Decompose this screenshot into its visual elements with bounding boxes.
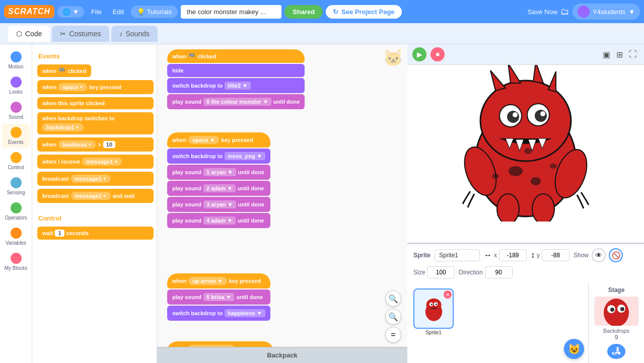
block-wait[interactable]: wait 1 seconds	[37, 227, 154, 240]
script-switch-backdrop-1[interactable]: switch backdrop to title2 ▼	[167, 78, 305, 93]
script-play-sound-2d[interactable]: play sound 4 adam ▼ until done	[167, 213, 270, 228]
wait-value[interactable]: 1	[55, 230, 64, 237]
loudness-value[interactable]: 10	[103, 141, 115, 148]
block-when-loudness[interactable]: when loudness▼ > 10	[37, 137, 154, 152]
stage-mini-thumbnail[interactable]	[594, 297, 639, 326]
backdrop-pill[interactable]: backdrop1▼	[42, 123, 84, 131]
sound-dropdown-3[interactable]: 5 brisa ▼	[203, 293, 234, 301]
space-key-pill[interactable]: space ▼	[188, 136, 219, 144]
backdrop-dropdown-2[interactable]: mess_png ▼	[225, 152, 265, 160]
zoom-in-button[interactable]: 🔍	[385, 291, 401, 307]
show-label: Show	[574, 252, 589, 259]
size-input[interactable]	[427, 266, 455, 278]
block-broadcast[interactable]: broadcast message1▼	[37, 172, 154, 186]
stop-button[interactable]: ■	[431, 47, 445, 61]
fullscreen-button[interactable]: ⛶	[627, 48, 639, 61]
sprite-thumb-1[interactable]: ✕	[413, 288, 454, 329]
stage-canvas	[407, 65, 644, 222]
message-pill[interactable]: message1▼	[82, 158, 122, 166]
small-stage-button[interactable]: ▣	[601, 48, 612, 61]
space-pill[interactable]: space▼	[58, 83, 87, 91]
sprite-name-input[interactable]	[435, 249, 480, 261]
shared-button[interactable]: Shared	[284, 5, 323, 19]
script-switch-backdrop-2[interactable]: switch backdrop to mess_png ▼	[167, 149, 270, 164]
category-operators[interactable]: Operators	[2, 199, 30, 224]
block-when-clicked[interactable]: when 🏁 clicked	[37, 64, 91, 77]
tab-code[interactable]: ⬡ Code	[8, 26, 50, 42]
tutorials-button[interactable]: 💡 Tutorials	[131, 6, 178, 18]
sound-dropdown-2d[interactable]: 4 adam ▼	[203, 216, 236, 225]
category-sound[interactable]: Sound	[2, 99, 30, 123]
add-backdrop-button[interactable]: 🏞	[607, 344, 625, 359]
sprite-info-row: Sprite ↔ x ↕ y Show 👁 🚫	[413, 248, 638, 278]
edit-menu-button[interactable]: Edit	[109, 6, 128, 18]
normal-stage-button[interactable]: ⊞	[614, 48, 625, 61]
block-when-backdrop[interactable]: when backdrop switches to backdrop1▼	[37, 112, 154, 134]
sound-dropdown-1[interactable]: 0 the colour monster ▼	[203, 98, 271, 106]
sprite-delete-button[interactable]: ✕	[444, 291, 452, 299]
sound-dropdown-2c[interactable]: 3 aryan ▼	[203, 200, 236, 208]
add-sprite-button[interactable]: 😺	[564, 339, 584, 359]
zoom-out-button[interactable]: 🔍	[385, 309, 401, 325]
backpack-bar[interactable]: Backpack	[157, 347, 407, 363]
backdrop-dropdown-1[interactable]: title2 ▼	[225, 82, 251, 90]
category-sensing[interactable]: Sensing	[2, 174, 30, 198]
script-play-sound-2a[interactable]: play sound 1 aryan ▼ until done	[167, 165, 270, 180]
category-events[interactable]: Events	[2, 124, 30, 148]
sound-dropdown-2b[interactable]: 2 adam ▼	[203, 184, 236, 192]
sound-dropdown-2a[interactable]: 1 aryan ▼	[203, 168, 236, 176]
scratch-cat-watermark: 🐱	[383, 48, 403, 67]
x-arrows-icon: ↔	[484, 251, 492, 260]
key-pressed-text: key pressed	[221, 137, 253, 143]
sprite-item-1[interactable]: ✕ Sprite1	[413, 288, 454, 335]
category-motion[interactable]: Motion	[2, 48, 30, 72]
direction-input[interactable]	[485, 266, 513, 278]
gt-text: >	[98, 141, 101, 148]
show-visible-button[interactable]: 👁	[592, 248, 606, 262]
green-flag-button[interactable]: ▶	[412, 47, 426, 61]
x-input[interactable]	[499, 249, 527, 261]
category-control[interactable]: Control	[2, 149, 30, 173]
see-project-button[interactable]: ↻ See Project Page	[326, 5, 402, 19]
costumes-tab-icon: ✂	[60, 30, 66, 38]
costumes-tab-label: Costumes	[69, 30, 101, 38]
show-hidden-button[interactable]: 🚫	[609, 248, 623, 262]
broadcast-message-pill[interactable]: message1▼	[71, 175, 111, 183]
script-play-sound-3[interactable]: play sound 5 brisa ▼ until done	[167, 289, 270, 305]
scripts-canvas[interactable]: when 🏁 clicked hide switch backdrop to t…	[157, 44, 407, 363]
file-menu-button[interactable]: File	[87, 6, 106, 18]
user-menu-button[interactable]: Y4students ▼	[573, 4, 640, 20]
tab-costumes[interactable]: ✂ Costumes	[52, 26, 109, 42]
save-now-button[interactable]: Save Now	[528, 8, 557, 16]
broadcast-wait-pill[interactable]: message1▼	[71, 192, 111, 200]
block-broadcast-wait[interactable]: broadcast message1▼ and wait	[37, 189, 154, 203]
flag-icon: 🏁	[58, 67, 65, 74]
script-hat-1[interactable]: when 🏁 clicked	[167, 49, 305, 63]
stage-toolbar: ▶ ■ ▣ ⊞ ⛶	[407, 44, 644, 65]
block-when-sprite-clicked[interactable]: when this sprite clicked	[37, 97, 154, 109]
backdrop-dropdown-3[interactable]: happiness ▼	[225, 309, 265, 317]
tab-sounds[interactable]: ♪ Sounds	[111, 26, 158, 42]
script-switch-backdrop-3[interactable]: switch backdrop to happiness ▼	[167, 306, 270, 321]
switch-text3: switch backdrop to	[172, 310, 223, 316]
block-when-space[interactable]: when space▼ key pressed	[37, 80, 154, 94]
zoom-reset-button[interactable]: =	[385, 327, 401, 343]
script-hat-2[interactable]: when space ▼ key pressed	[167, 132, 270, 148]
loudness-pill[interactable]: loudness▼	[58, 140, 96, 149]
project-title-input[interactable]	[181, 5, 281, 19]
category-my-blocks[interactable]: My Blocks	[2, 250, 30, 274]
globe-button[interactable]: 🌐 ▼	[57, 6, 84, 18]
script-play-sound-1[interactable]: play sound 0 the colour monster ▼ until …	[167, 94, 305, 109]
script-play-sound-2b[interactable]: play sound 2 adam ▼ until done	[167, 181, 270, 196]
motion-dot	[11, 51, 22, 62]
category-looks[interactable]: Looks	[2, 74, 30, 98]
block-when-receive[interactable]: when I receive message1▼	[37, 155, 154, 169]
y-input[interactable]	[542, 249, 569, 261]
script-hide[interactable]: hide	[167, 64, 305, 77]
category-variables[interactable]: Variables	[2, 225, 30, 249]
script-play-sound-2c[interactable]: play sound 3 aryan ▼ until done	[167, 197, 270, 212]
up-arrow-pill[interactable]: up arrow ▼	[188, 277, 227, 285]
script-hat-3[interactable]: when up arrow ▼ key pressed	[167, 273, 270, 288]
folder-button[interactable]: 🗂	[560, 7, 569, 17]
show-group: Show 👁 🚫	[574, 248, 623, 262]
